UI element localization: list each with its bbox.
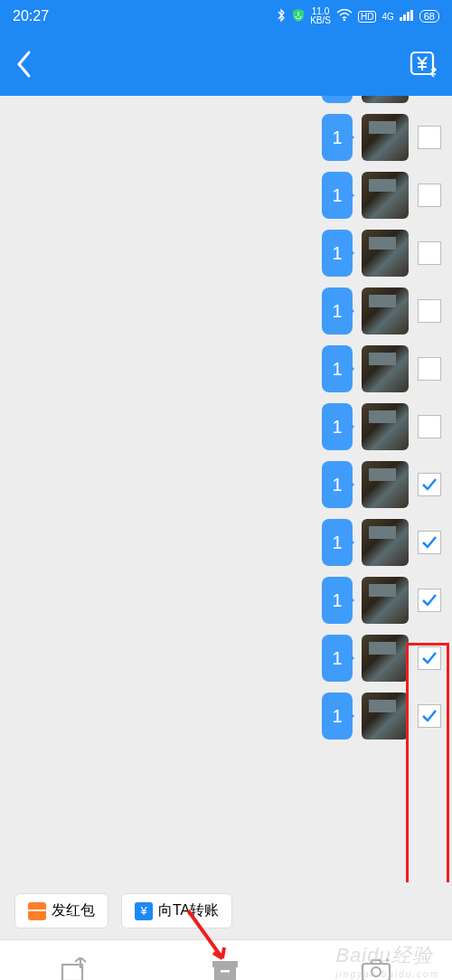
svg-rect-9 [221, 970, 230, 973]
unread-badge: 1 [322, 693, 353, 740]
svg-rect-2 [403, 14, 406, 21]
select-checkbox[interactable] [418, 704, 441, 728]
avatar[interactable] [362, 461, 409, 508]
message-row: 1 [0, 96, 452, 108]
svg-rect-8 [214, 967, 236, 981]
svg-rect-6 [62, 965, 82, 981]
message-row: 1 [0, 629, 452, 687]
svg-rect-7 [212, 961, 238, 967]
net-rate: 11.0 KB/S [310, 7, 331, 25]
archive-icon[interactable] [210, 958, 240, 981]
avatar[interactable] [362, 635, 409, 682]
select-checkbox[interactable] [418, 126, 441, 149]
hongbao-label: 发红包 [52, 901, 95, 920]
unread-badge: 1 [322, 172, 353, 219]
unread-badge: 1 [322, 345, 353, 392]
message-row: 1 [0, 571, 452, 629]
unread-badge: 1 [322, 577, 353, 624]
avatar[interactable] [362, 230, 409, 277]
select-checkbox[interactable] [418, 473, 441, 496]
select-checkbox[interactable] [418, 357, 441, 381]
svg-point-11 [372, 967, 381, 976]
share-icon[interactable] [60, 957, 90, 981]
nav-bar [0, 33, 452, 96]
avatar[interactable] [362, 96, 409, 103]
hongbao-icon [28, 902, 46, 920]
signal-4g: 4G [381, 12, 393, 22]
unread-badge: 1 [322, 461, 353, 508]
select-checkbox[interactable] [418, 589, 441, 612]
select-checkbox[interactable] [418, 184, 441, 207]
wifi-icon [336, 9, 353, 24]
unread-badge: 1 [322, 519, 353, 566]
avatar[interactable] [362, 403, 409, 450]
status-right: 11.0 KB/S HD 4G 68 [276, 7, 439, 25]
message-row: 1 [0, 398, 452, 456]
unread-badge: 1 [322, 635, 353, 682]
select-checkbox[interactable] [418, 299, 441, 323]
svg-rect-3 [407, 12, 410, 21]
yen-icon: ¥ [135, 902, 153, 920]
bluetooth-icon [276, 8, 287, 25]
hd-badge: HD [358, 11, 376, 23]
message-row: 1 [0, 340, 452, 398]
svg-rect-1 [400, 17, 402, 21]
chat-area: 111111111111 [0, 96, 452, 882]
status-bar: 20:27 11.0 KB/S HD 4G 68 [0, 0, 452, 33]
bottom-bar: Baidu经验 jingyan.baidu.com [0, 939, 452, 980]
unread-badge: 1 [322, 403, 353, 450]
unread-badge: 1 [322, 114, 353, 161]
unread-badge: 1 [322, 230, 353, 277]
transfer-label: 向TA转账 [158, 901, 219, 920]
avatar[interactable] [362, 172, 409, 219]
message-row: 1 [0, 166, 452, 224]
avatar[interactable] [362, 345, 409, 392]
message-row: 1 [0, 456, 452, 514]
battery-badge: 68 [419, 10, 439, 23]
signal-icon [400, 10, 414, 24]
select-checkbox[interactable] [418, 415, 441, 438]
transfer-button[interactable]: ¥ 向TA转账 [121, 893, 232, 928]
status-time: 20:27 [13, 8, 276, 24]
back-button[interactable] [14, 49, 34, 80]
camera-icon[interactable] [360, 958, 392, 981]
svg-point-0 [344, 18, 346, 21]
select-checkbox[interactable] [418, 241, 441, 265]
message-row: 1 [0, 282, 452, 340]
transfer-icon-button[interactable] [409, 50, 438, 79]
unread-badge: 1 [322, 287, 353, 335]
avatar[interactable] [362, 287, 409, 335]
quick-actions: 发红包 ¥ 向TA转账 [0, 882, 452, 939]
avatar[interactable] [362, 577, 409, 624]
avatar[interactable] [362, 114, 409, 161]
avatar[interactable] [362, 519, 409, 566]
message-row: 1 [0, 514, 452, 571]
avatar[interactable] [362, 693, 409, 740]
message-row: 1 [0, 108, 452, 166]
shield-icon [292, 8, 305, 25]
svg-rect-4 [410, 10, 413, 21]
select-checkbox[interactable] [418, 646, 441, 670]
message-row: 1 [0, 687, 452, 745]
send-hongbao-button[interactable]: 发红包 [14, 893, 108, 928]
select-checkbox[interactable] [418, 531, 441, 554]
svg-rect-10 [363, 964, 390, 981]
unread-badge: 1 [322, 96, 353, 103]
message-row: 1 [0, 224, 452, 282]
